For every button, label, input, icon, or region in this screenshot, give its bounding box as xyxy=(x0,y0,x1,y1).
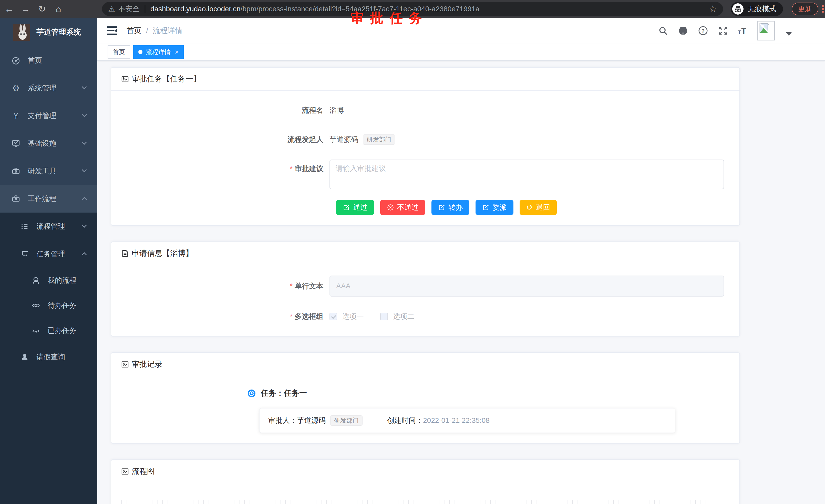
not-secure-warning-icon: ⚠ xyxy=(108,5,115,14)
sidebar-item-my-process[interactable]: 我的流程 xyxy=(0,268,97,293)
required-asterisk: * xyxy=(290,313,293,320)
font-size-icon[interactable]: T T xyxy=(737,25,749,36)
not-secure-label[interactable]: 不安全 xyxy=(118,4,140,14)
bpmn-grid-canvas[interactable] xyxy=(122,500,730,504)
sidebar-item-todo-tasks[interactable]: 待办任务 xyxy=(0,293,97,318)
tag-home[interactable]: 首页 xyxy=(107,45,130,59)
screen: ← → ↻ ⌂ ⚠ 不安全 dashboard.yudao.iocoder.cn… xyxy=(0,0,825,504)
card-header: 审批记录 xyxy=(111,353,739,376)
sidebar-item-leave-query[interactable]: 请假查询 xyxy=(0,343,97,371)
browser-forward-icon[interactable]: → xyxy=(18,2,33,16)
approve-button[interactable]: 通过 xyxy=(336,200,374,215)
circle-x-icon xyxy=(387,204,394,211)
card-body: 任务：任务一 审批人： 芋道源码 研发部门 创建时间： 2022-01-21 2… xyxy=(111,376,739,443)
user-avatar-broken-image[interactable] xyxy=(757,21,775,40)
breadcrumb-home[interactable]: 首页 xyxy=(127,26,141,36)
sidebar-item-infra[interactable]: 基础设施 xyxy=(0,130,97,157)
browser-home-icon[interactable]: ⌂ xyxy=(51,2,66,16)
task-name: 任务：任务一 xyxy=(261,388,307,399)
monitor-check-icon xyxy=(10,139,21,148)
dashboard-icon xyxy=(10,56,21,65)
browser-menu-icon[interactable]: ⋮ xyxy=(818,2,825,16)
breadcrumb: 首页 / 流程详情 xyxy=(127,26,182,36)
return-button[interactable]: ↺ 退回 xyxy=(520,200,557,215)
list-icon xyxy=(19,222,30,231)
required-asterisk: * xyxy=(290,282,293,290)
card-body: 流程名 滔博 流程发起人 芋道源码 研发部门 *审批建议 xyxy=(111,91,739,225)
sidebar-item-home[interactable]: 首页 xyxy=(0,47,97,74)
yen-icon: ¥ xyxy=(10,111,21,120)
delegate-button[interactable]: 委派 xyxy=(475,200,513,215)
sidebar-item-label: 我的流程 xyxy=(48,275,76,285)
workflow-submenu: 流程管理 任务管理 我的流程 xyxy=(0,213,97,504)
sidebar-item-task-mgmt[interactable]: 任务管理 xyxy=(0,240,97,268)
browser-back-icon[interactable]: ← xyxy=(2,2,16,16)
create-time-label: 创建时间： xyxy=(387,416,423,425)
form-row-process-name: 流程名 滔博 xyxy=(122,101,729,119)
transfer-button[interactable]: 转办 xyxy=(432,200,469,215)
single-line-text-input xyxy=(329,275,724,297)
initiator-name: 芋道源码 xyxy=(329,131,358,149)
chevron-down-icon xyxy=(82,84,87,89)
picture-icon xyxy=(121,75,129,83)
tag-close-icon[interactable]: × xyxy=(175,49,178,55)
incognito-icon xyxy=(732,3,744,15)
browser-update-button[interactable]: 更新 xyxy=(792,3,818,15)
sidebar-item-done-tasks[interactable]: 已办任务 xyxy=(0,318,97,343)
top-navbar: 首页 / 流程详情 ? xyxy=(97,18,825,44)
sidebar-collapse-icon[interactable] xyxy=(107,26,117,35)
field-label: *多选框组 xyxy=(122,307,329,326)
record-detail-panel: 审批人： 芋道源码 研发部门 创建时间： 2022-01-21 22:35:08 xyxy=(259,408,675,433)
tag-process-detail[interactable]: 流程详情 × xyxy=(133,45,184,59)
sidebar-item-payment[interactable]: ¥ 支付管理 xyxy=(0,102,97,130)
page-content: 审批任务【任务一】 流程名 滔博 流程发起人 芋道源码 研发部门 xyxy=(97,61,825,504)
bookmark-star-icon[interactable]: ☆ xyxy=(709,4,717,14)
search-icon[interactable] xyxy=(658,25,669,36)
sidebar-item-label: 流程管理 xyxy=(36,222,65,231)
field-label: *审批建议 xyxy=(122,160,329,178)
toolbox-icon xyxy=(10,167,21,175)
sidebar-item-devtools[interactable]: 研发工具 xyxy=(0,157,97,185)
sidebar-item-process-mgmt[interactable]: 流程管理 xyxy=(0,213,97,240)
url-domain: dashboard.yudao.iocoder.cn xyxy=(150,5,241,13)
sidebar: 芋道管理系统 首页 ⚙ 系统管理 ¥ 支付管理 xyxy=(0,18,97,504)
chevron-up-icon xyxy=(82,252,87,257)
clock-icon xyxy=(247,389,256,398)
card-body xyxy=(111,483,739,504)
form-row-text: *单行文本 xyxy=(122,275,729,297)
github-icon[interactable] xyxy=(677,25,689,36)
suggestion-textarea[interactable] xyxy=(329,160,724,189)
create-time-value: 2022-01-21 22:35:08 xyxy=(423,416,490,425)
avatar-caret-down-icon[interactable] xyxy=(786,32,792,36)
approval-timeline: 任务：任务一 审批人： 芋道源码 研发部门 创建时间： 2022-01-21 2… xyxy=(247,387,729,433)
browser-reload-icon[interactable]: ↻ xyxy=(35,2,49,16)
sidebar-item-label: 任务管理 xyxy=(36,249,65,259)
navbar-actions: ? T T xyxy=(658,18,792,44)
form-row-checkboxes: *多选框组 选项一 选项二 xyxy=(122,307,729,326)
approval-record-card: 审批记录 任务：任务一 审批人： xyxy=(111,352,740,443)
card-title: 申请信息【滔博】 xyxy=(132,248,193,259)
checkbox-label: 选项二 xyxy=(393,312,415,321)
picture-icon xyxy=(121,468,129,476)
approval-actions: 通过 不通过 转办 委派 xyxy=(336,200,729,215)
active-tag-dot xyxy=(138,50,142,54)
app-logo-row[interactable]: 芋道管理系统 xyxy=(0,18,97,47)
approver-label: 审批人： xyxy=(268,416,297,425)
sidebar-item-system[interactable]: ⚙ 系统管理 xyxy=(0,74,97,102)
card-header: 流程图 xyxy=(111,460,739,483)
chevron-down-icon xyxy=(82,140,87,145)
sidebar-item-label: 工作流程 xyxy=(28,194,56,203)
initiator-value: 芋道源码 研发部门 xyxy=(329,131,395,149)
fullscreen-icon[interactable] xyxy=(718,25,729,36)
sidebar-item-workflow[interactable]: 工作流程 xyxy=(0,185,97,213)
card-body: *单行文本 *多选框组 选项一 选项二 xyxy=(111,265,739,336)
approval-task-card: 审批任务【任务一】 流程名 滔博 流程发起人 芋道源码 研发部门 xyxy=(111,67,740,226)
person-smile-icon xyxy=(30,276,42,284)
reject-button[interactable]: 不通过 xyxy=(380,200,425,215)
dept-tag: 研发部门 xyxy=(330,415,363,426)
tag-label: 首页 xyxy=(113,48,125,56)
form-row-initiator: 流程发起人 芋道源码 研发部门 xyxy=(122,131,729,149)
document-icon xyxy=(121,249,129,258)
chevron-down-icon xyxy=(82,167,87,172)
help-icon[interactable]: ? xyxy=(697,25,709,36)
